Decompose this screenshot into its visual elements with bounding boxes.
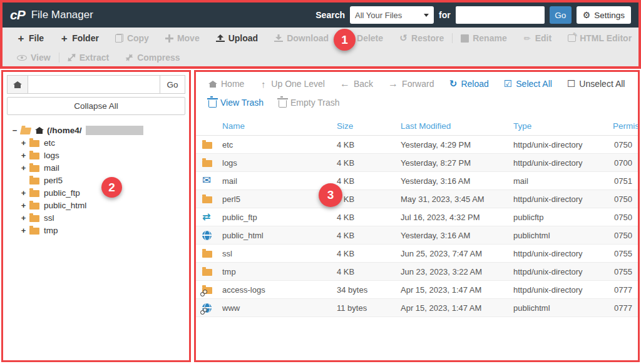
toolbar-button-label: Compress — [137, 53, 180, 63]
nav-button[interactable]: Back — [332, 78, 381, 89]
file-last-modified: Yesterday, 3:16 AM — [401, 231, 513, 240]
file-permissions: 0750 — [612, 195, 638, 204]
file-name[interactable]: access-logs — [222, 285, 337, 295]
nav-button[interactable]: Unselect All — [560, 78, 633, 89]
toolbar-button[interactable]: HTML Editor — [560, 33, 640, 43]
tree-toggle[interactable]: + — [21, 138, 26, 148]
tree-toggle[interactable]: + — [21, 201, 26, 210]
home-button[interactable] — [7, 75, 28, 94]
file-type: mail — [513, 176, 612, 186]
toolbar-button-label: Restore — [411, 33, 444, 43]
tree-item-label: perl5 — [44, 176, 63, 185]
file-name[interactable]: public_ftp — [222, 213, 337, 222]
toolbar-button[interactable]: View — [9, 53, 59, 63]
restore-icon — [399, 33, 408, 44]
path-input[interactable] — [28, 75, 160, 94]
table-row[interactable]: mail 4 KB Yesterday, 3:16 AM mail 0751 — [196, 172, 638, 190]
search-input[interactable] — [456, 6, 545, 24]
tree-item[interactable]: + tmp — [7, 224, 185, 236]
column-header-name[interactable]: Name — [222, 121, 337, 131]
tree-item[interactable]: − (/home4/ — [7, 124, 185, 136]
table-row[interactable]: etc 4 KB Yesterday, 4:29 PM httpd/unix-d… — [196, 136, 638, 154]
folder-icon — [29, 138, 41, 148]
file-name[interactable]: etc — [222, 140, 337, 149]
toolbar-button[interactable]: Move — [157, 33, 208, 43]
nav-button[interactable]: Up One Level — [252, 79, 332, 89]
table-row[interactable]: public_html 4 KB Yesterday, 3:16 AM publ… — [196, 226, 638, 245]
table-row[interactable]: logs 4 KB Yesterday, 8:27 PM httpd/unix-… — [196, 154, 638, 172]
table-row[interactable]: ssl 4 KB Jun 25, 2023, 7:47 AM httpd/uni… — [196, 245, 638, 263]
tree-item[interactable]: + public_ftp — [7, 186, 185, 199]
file-name[interactable]: ssl — [222, 249, 337, 258]
table-row[interactable]: public_ftp 4 KB Jul 16, 2023, 4:32 PM pu… — [196, 208, 638, 226]
search-scope-select[interactable]: All Your Files — [350, 6, 434, 24]
tree-item[interactable]: + logs — [7, 149, 185, 161]
trash-button[interactable]: Empty Trash — [271, 98, 347, 108]
column-header-type[interactable]: Type — [513, 121, 612, 131]
tree-item[interactable]: + ssl — [7, 211, 185, 224]
toolbar-button[interactable]: Download — [266, 33, 337, 43]
toolbar-button[interactable]: Folder — [52, 33, 107, 43]
tree-item[interactable]: + public_html — [7, 199, 185, 211]
file-type: httpd/unix-directory — [513, 267, 612, 276]
toolbar-button[interactable]: Upload — [208, 33, 266, 43]
toolbar-button[interactable]: File — [9, 33, 52, 43]
tree-toggle[interactable]: + — [21, 213, 26, 223]
file-permissions: 0750 — [612, 140, 638, 149]
file-name[interactable]: www — [222, 303, 337, 313]
toolbar-button-label: Upload — [228, 33, 258, 43]
collapse-all-button[interactable]: Collapse All — [7, 97, 185, 115]
table-row[interactable]: tmp 4 KB Jun 23, 2023, 3:22 AM httpd/uni… — [196, 263, 638, 281]
path-go-button[interactable]: Go — [160, 75, 185, 94]
file-name[interactable]: mail — [222, 176, 337, 186]
search-go-button[interactable]: Go — [550, 6, 572, 24]
nav-button[interactable]: Select All — [496, 78, 560, 89]
table-row[interactable]: access-logs 34 bytes Apr 15, 2023, 1:47 … — [196, 281, 638, 299]
toolbar-button[interactable]: Compress — [117, 53, 188, 63]
home-icon — [208, 81, 217, 88]
toolbar-button[interactable]: Copy — [107, 33, 157, 43]
nav-button-label: Up One Level — [271, 79, 325, 89]
file-last-modified: May 31, 2023, 3:45 AM — [401, 195, 513, 204]
file-name[interactable]: perl5 — [222, 195, 337, 204]
nav-button[interactable]: Reload — [441, 78, 496, 89]
nav-button-label: Unselect All — [579, 79, 625, 89]
gear-icon — [583, 10, 591, 20]
trash-button[interactable]: View Trash — [201, 98, 271, 108]
tree-item[interactable]: + mail — [7, 161, 185, 174]
table-row[interactable]: www 11 bytes Apr 15, 2023, 1:47 AM publi… — [196, 299, 638, 317]
column-header-permissions[interactable]: Permissions — [612, 121, 638, 131]
toolbar-button[interactable]: Restore — [391, 33, 452, 44]
tree-item[interactable]: + etc — [7, 136, 185, 149]
tree-toggle[interactable]: + — [21, 188, 26, 198]
file-manager-app: cP File Manager Search All Your Files fo… — [0, 0, 641, 364]
toolbar-button[interactable]: Edit — [515, 33, 560, 43]
file-type: httpd/unix-directory — [513, 285, 612, 295]
upload-icon — [216, 34, 225, 42]
tree-toggle[interactable]: + — [21, 151, 26, 160]
file-name[interactable]: public_html — [222, 231, 337, 240]
file-size: 4 KB — [337, 158, 401, 168]
nav-button[interactable]: Home — [201, 79, 252, 89]
settings-button[interactable]: Settings — [577, 6, 631, 24]
file-size: 4 KB — [337, 195, 401, 204]
table-row[interactable]: perl5 4 KB May 31, 2023, 3:45 AM httpd/u… — [196, 190, 638, 208]
tree-toggle[interactable]: + — [21, 226, 26, 235]
folder-icon — [202, 139, 213, 149]
nav-button[interactable]: Forward — [381, 78, 441, 89]
download-icon — [274, 34, 283, 42]
column-header-last-modified[interactable]: Last Modified — [401, 121, 513, 131]
toolbar-button[interactable]: Rename — [452, 33, 515, 43]
file-name[interactable]: tmp — [222, 267, 337, 276]
tree-item[interactable]: perl5 — [7, 174, 185, 186]
toolbar-button-label: Move — [177, 33, 200, 43]
toolbar-button[interactable]: Delete — [337, 33, 391, 43]
extract-icon — [68, 54, 75, 61]
trash-button-label: View Trash — [220, 98, 264, 108]
file-type: publichtml — [513, 303, 612, 313]
tree-toggle[interactable]: − — [12, 126, 18, 135]
tree-toggle[interactable]: + — [21, 163, 26, 173]
column-header-size[interactable]: Size — [337, 121, 401, 131]
toolbar-button[interactable]: Extract — [59, 53, 117, 63]
file-name[interactable]: logs — [222, 158, 337, 168]
